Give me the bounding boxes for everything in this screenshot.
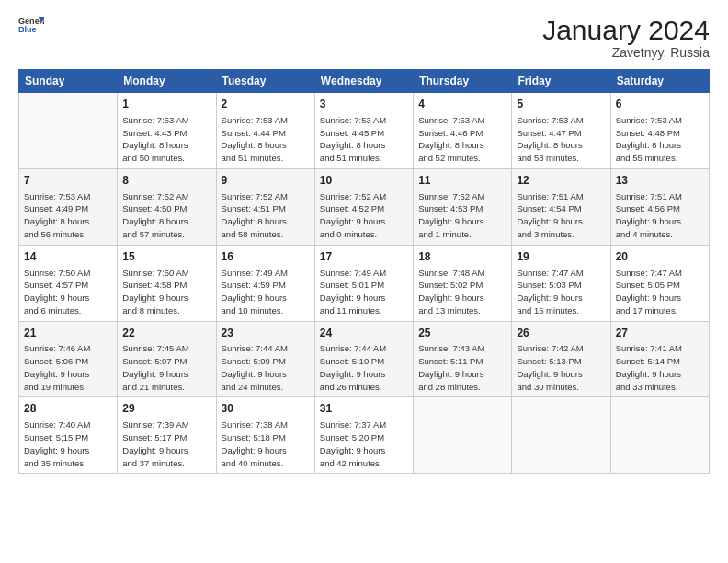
logo-icon: General Blue [18,15,44,35]
day-cell: 11Sunrise: 7:52 AM Sunset: 4:53 PM Dayli… [414,168,512,245]
header-row: Sunday Monday Tuesday Wednesday Thursday… [19,70,710,93]
day-info: Sunrise: 7:46 AM Sunset: 5:06 PM Dayligh… [24,342,112,393]
day-cell: 22Sunrise: 7:45 AM Sunset: 5:07 PM Dayli… [118,321,216,397]
day-info: Sunrise: 7:53 AM Sunset: 4:45 PM Dayligh… [320,114,408,165]
day-number: 22 [122,326,210,341]
day-number: 19 [517,249,605,265]
week-row-5: 28Sunrise: 7:40 AM Sunset: 5:15 PM Dayli… [19,397,710,474]
day-info: Sunrise: 7:38 AM Sunset: 5:18 PM Dayligh… [222,419,310,469]
day-number: 23 [222,326,310,341]
day-cell [610,397,709,474]
day-number: 26 [517,326,605,341]
day-info: Sunrise: 7:50 AM Sunset: 4:58 PM Dayligh… [122,267,210,317]
day-number: 24 [320,326,408,341]
day-info: Sunrise: 7:45 AM Sunset: 5:07 PM Dayligh… [122,342,210,393]
day-info: Sunrise: 7:44 AM Sunset: 5:10 PM Dayligh… [320,342,408,393]
day-cell: 14Sunrise: 7:50 AM Sunset: 4:57 PM Dayli… [19,245,118,321]
day-number: 21 [24,326,112,341]
calendar-table: Sunday Monday Tuesday Wednesday Thursday… [18,69,710,474]
day-info: Sunrise: 7:53 AM Sunset: 4:46 PM Dayligh… [418,114,506,165]
day-info: Sunrise: 7:41 AM Sunset: 5:14 PM Dayligh… [616,342,704,393]
week-row-4: 21Sunrise: 7:46 AM Sunset: 5:06 PM Dayli… [19,321,710,397]
day-info: Sunrise: 7:53 AM Sunset: 4:43 PM Dayligh… [122,114,210,165]
day-number: 7 [24,173,112,189]
day-info: Sunrise: 7:42 AM Sunset: 5:13 PM Dayligh… [517,342,605,393]
day-info: Sunrise: 7:49 AM Sunset: 4:59 PM Dayligh… [222,267,310,317]
day-info: Sunrise: 7:40 AM Sunset: 5:15 PM Dayligh… [24,419,112,469]
day-number: 12 [517,173,605,189]
day-cell: 3Sunrise: 7:53 AM Sunset: 4:45 PM Daylig… [314,93,413,169]
day-number: 14 [24,249,112,265]
week-row-3: 14Sunrise: 7:50 AM Sunset: 4:57 PM Dayli… [19,245,710,321]
day-info: Sunrise: 7:50 AM Sunset: 4:57 PM Dayligh… [24,267,112,317]
day-number: 11 [418,173,506,189]
day-cell: 18Sunrise: 7:48 AM Sunset: 5:02 PM Dayli… [414,245,512,321]
month-title: January 2024 [542,15,710,45]
day-cell: 20Sunrise: 7:47 AM Sunset: 5:05 PM Dayli… [610,245,709,321]
col-wednesday: Wednesday [314,70,413,93]
col-saturday: Saturday [610,70,709,93]
col-tuesday: Tuesday [216,70,314,93]
day-info: Sunrise: 7:51 AM Sunset: 4:56 PM Dayligh… [616,190,704,241]
day-number: 16 [222,249,310,265]
day-info: Sunrise: 7:43 AM Sunset: 5:11 PM Dayligh… [418,342,506,393]
header: General Blue January 2024 Zavetnyy, Russ… [18,15,710,60]
day-info: Sunrise: 7:52 AM Sunset: 4:51 PM Dayligh… [222,190,310,241]
day-cell: 25Sunrise: 7:43 AM Sunset: 5:11 PM Dayli… [414,321,512,397]
day-cell: 10Sunrise: 7:52 AM Sunset: 4:52 PM Dayli… [314,168,413,245]
day-info: Sunrise: 7:52 AM Sunset: 4:52 PM Dayligh… [320,190,408,241]
week-row-1: 1Sunrise: 7:53 AM Sunset: 4:43 PM Daylig… [19,93,710,169]
day-number: 3 [320,97,408,112]
day-cell: 27Sunrise: 7:41 AM Sunset: 5:14 PM Dayli… [610,321,709,397]
day-number: 17 [320,249,408,265]
day-number: 15 [122,249,210,265]
day-cell: 12Sunrise: 7:51 AM Sunset: 4:54 PM Dayli… [512,168,610,245]
logo: General Blue [18,15,44,35]
col-sunday: Sunday [19,70,118,93]
day-info: Sunrise: 7:53 AM Sunset: 4:48 PM Dayligh… [616,114,704,165]
day-number: 13 [616,173,704,189]
svg-text:Blue: Blue [18,25,37,34]
day-info: Sunrise: 7:48 AM Sunset: 5:02 PM Dayligh… [418,267,506,317]
day-number: 25 [418,326,506,341]
day-info: Sunrise: 7:37 AM Sunset: 5:20 PM Dayligh… [320,419,408,469]
day-number: 28 [24,401,112,417]
day-cell: 24Sunrise: 7:44 AM Sunset: 5:10 PM Dayli… [314,321,413,397]
day-cell: 17Sunrise: 7:49 AM Sunset: 5:01 PM Dayli… [314,245,413,321]
day-cell: 5Sunrise: 7:53 AM Sunset: 4:47 PM Daylig… [512,93,610,169]
page: General Blue January 2024 Zavetnyy, Russ… [0,0,728,563]
day-info: Sunrise: 7:44 AM Sunset: 5:09 PM Dayligh… [222,342,310,393]
day-info: Sunrise: 7:49 AM Sunset: 5:01 PM Dayligh… [320,267,408,317]
col-friday: Friday [512,70,610,93]
week-row-2: 7Sunrise: 7:53 AM Sunset: 4:49 PM Daylig… [19,168,710,245]
day-cell: 7Sunrise: 7:53 AM Sunset: 4:49 PM Daylig… [19,168,118,245]
day-cell: 9Sunrise: 7:52 AM Sunset: 4:51 PM Daylig… [216,168,314,245]
day-number: 29 [122,401,210,417]
day-number: 4 [418,97,506,112]
day-info: Sunrise: 7:53 AM Sunset: 4:44 PM Dayligh… [222,114,310,165]
day-info: Sunrise: 7:39 AM Sunset: 5:17 PM Dayligh… [122,419,210,469]
day-cell: 13Sunrise: 7:51 AM Sunset: 4:56 PM Dayli… [610,168,709,245]
day-number: 1 [122,97,210,112]
day-number: 10 [320,173,408,189]
day-number: 30 [222,401,310,417]
day-cell: 21Sunrise: 7:46 AM Sunset: 5:06 PM Dayli… [19,321,118,397]
day-number: 8 [122,173,210,189]
day-cell [19,93,118,169]
day-cell [414,397,512,474]
location: Zavetnyy, Russia [542,45,710,60]
day-number: 31 [320,401,408,417]
day-number: 2 [222,97,310,112]
day-cell: 30Sunrise: 7:38 AM Sunset: 5:18 PM Dayli… [216,397,314,474]
day-info: Sunrise: 7:52 AM Sunset: 4:50 PM Dayligh… [122,190,210,241]
day-info: Sunrise: 7:47 AM Sunset: 5:03 PM Dayligh… [517,267,605,317]
day-number: 20 [616,249,704,265]
day-cell: 8Sunrise: 7:52 AM Sunset: 4:50 PM Daylig… [118,168,216,245]
col-monday: Monday [118,70,216,93]
day-number: 5 [517,97,605,112]
day-cell: 15Sunrise: 7:50 AM Sunset: 4:58 PM Dayli… [118,245,216,321]
day-number: 18 [418,249,506,265]
day-cell: 6Sunrise: 7:53 AM Sunset: 4:48 PM Daylig… [610,93,709,169]
day-number: 27 [616,326,704,341]
day-info: Sunrise: 7:47 AM Sunset: 5:05 PM Dayligh… [616,267,704,317]
